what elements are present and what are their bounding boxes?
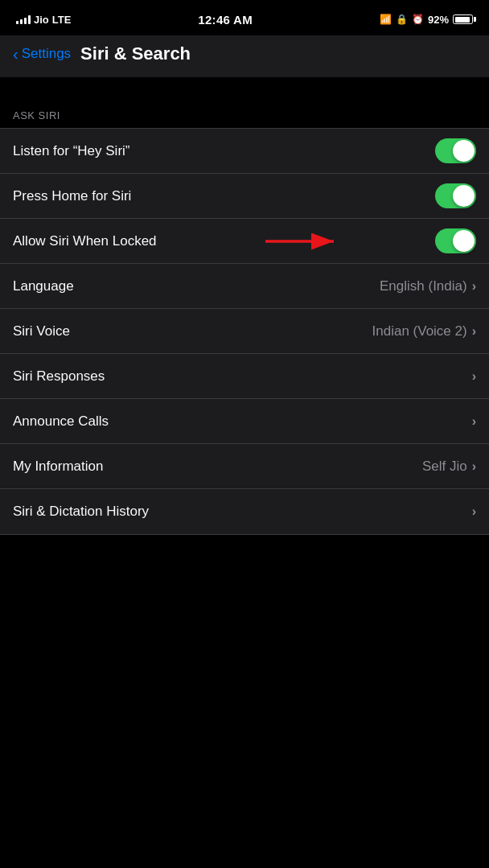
siri-responses-right: ›	[472, 369, 476, 384]
carrier-label: Jio	[34, 14, 49, 26]
nav-header: ‹ Settings Siri & Search	[0, 35, 489, 77]
announce-calls-row[interactable]: Announce Calls ›	[0, 399, 489, 444]
back-button[interactable]: ‹ Settings	[13, 46, 71, 62]
allow-locked-row[interactable]: Allow Siri When Locked	[0, 219, 489, 264]
siri-voice-right: Indian (Voice 2) ›	[372, 323, 476, 339]
press-home-label: Press Home for Siri	[13, 188, 435, 204]
back-label: Settings	[22, 46, 71, 62]
siri-responses-row[interactable]: Siri Responses ›	[0, 354, 489, 399]
siri-dictation-label: Siri & Dictation History	[13, 504, 472, 520]
network-label: LTE	[52, 14, 72, 26]
hey-siri-row[interactable]: Listen for “Hey Siri”	[0, 129, 489, 174]
status-bar: Jio LTE 12:46 AM 📶 🔒 ⏰ 92%	[0, 0, 489, 35]
signal-bars-icon	[16, 14, 31, 24]
lock-icon: 🔒	[396, 14, 408, 25]
my-information-value: Self Jio	[422, 459, 467, 475]
language-label: Language	[13, 278, 380, 294]
status-right: 📶 🔒 ⏰ 92%	[380, 14, 473, 26]
language-chevron-icon: ›	[472, 279, 476, 294]
hey-siri-label: Listen for “Hey Siri”	[13, 143, 435, 159]
siri-dictation-row[interactable]: Siri & Dictation History ›	[0, 489, 489, 534]
battery-percent: 92%	[428, 14, 449, 26]
my-information-chevron-icon: ›	[472, 459, 476, 474]
my-information-right: Self Jio ›	[422, 459, 476, 475]
announce-calls-right: ›	[472, 414, 476, 429]
allow-locked-toggle-thumb	[453, 230, 475, 252]
status-left: Jio LTE	[16, 14, 71, 26]
status-time: 12:46 AM	[198, 13, 253, 27]
my-information-row[interactable]: My Information Self Jio ›	[0, 444, 489, 489]
battery-icon	[453, 14, 473, 24]
page-title: Siri & Search	[80, 43, 191, 64]
my-information-label: My Information	[13, 459, 422, 475]
hey-siri-toggle-thumb	[453, 140, 475, 162]
press-home-row[interactable]: Press Home for Siri	[0, 174, 489, 219]
siri-responses-chevron-icon: ›	[472, 369, 476, 384]
press-home-toggle-thumb	[453, 185, 475, 207]
siri-voice-label: Siri Voice	[13, 323, 372, 339]
allow-locked-label: Allow Siri When Locked	[13, 233, 435, 249]
alarm-icon: ⏰	[412, 14, 424, 25]
siri-voice-chevron-icon: ›	[472, 324, 476, 339]
back-chevron-icon: ‹	[13, 46, 18, 62]
language-right: English (India) ›	[380, 278, 476, 294]
allow-locked-toggle[interactable]	[435, 228, 476, 253]
siri-dictation-right: ›	[472, 504, 476, 519]
siri-settings-group: Listen for “Hey Siri” Press Home for Sir…	[0, 128, 489, 535]
siri-responses-label: Siri Responses	[13, 368, 472, 385]
ask-siri-section-header: ASK SIRI	[0, 93, 489, 128]
sim-icon: 📶	[380, 14, 392, 25]
siri-dictation-chevron-icon: ›	[472, 504, 476, 519]
hey-siri-toggle[interactable]	[435, 138, 476, 163]
siri-voice-value: Indian (Voice 2)	[372, 323, 467, 339]
language-value: English (India)	[380, 278, 467, 294]
language-row[interactable]: Language English (India) ›	[0, 264, 489, 309]
announce-calls-chevron-icon: ›	[472, 414, 476, 429]
siri-voice-row[interactable]: Siri Voice Indian (Voice 2) ›	[0, 309, 489, 354]
press-home-toggle[interactable]	[435, 183, 476, 208]
announce-calls-label: Announce Calls	[13, 413, 472, 430]
